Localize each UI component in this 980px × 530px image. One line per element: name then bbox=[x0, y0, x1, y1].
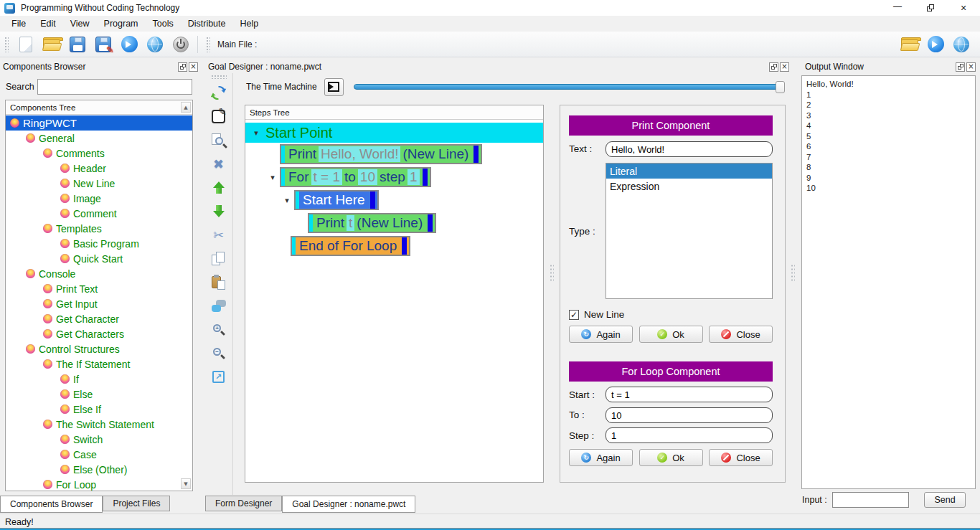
ok-button[interactable]: ✓Ok bbox=[639, 449, 703, 466]
move-down-button[interactable] bbox=[207, 200, 230, 222]
web-button[interactable] bbox=[144, 34, 166, 55]
tree-item-else-if[interactable]: Else If bbox=[6, 402, 192, 417]
tab-project-files[interactable]: Project Files bbox=[103, 496, 170, 511]
ok-button[interactable]: ✓Ok bbox=[639, 326, 703, 343]
tree-item-the-if-statement[interactable]: The If Statement bbox=[6, 356, 192, 372]
new-file-button[interactable] bbox=[15, 34, 37, 55]
collapse-arrow-icon[interactable]: ▾ bbox=[268, 173, 278, 182]
detach-button[interactable]: ↗ bbox=[207, 366, 230, 388]
text-input[interactable] bbox=[606, 141, 773, 157]
cut-button[interactable]: ✂ bbox=[207, 224, 230, 246]
copy-button[interactable] bbox=[207, 247, 230, 270]
tree-item-header[interactable]: Header bbox=[6, 161, 192, 176]
tree-item-print-text[interactable]: Print Text bbox=[6, 281, 192, 296]
step-start-point[interactable]: ▾ Start Point bbox=[245, 123, 543, 143]
slider-handle[interactable] bbox=[776, 81, 785, 93]
zoom-out-button[interactable]: − bbox=[207, 342, 230, 364]
tree-item-new-line[interactable]: New Line bbox=[6, 176, 192, 191]
dock-float-button[interactable] bbox=[769, 62, 778, 72]
close-component-button[interactable]: Close bbox=[709, 326, 773, 343]
paste-button[interactable] bbox=[207, 271, 230, 293]
open-main-file-button[interactable] bbox=[899, 34, 920, 55]
web-run-button[interactable] bbox=[951, 34, 972, 55]
tree-item-switch[interactable]: Switch bbox=[6, 432, 192, 447]
to-input[interactable] bbox=[606, 407, 773, 423]
collapse-arrow-icon[interactable]: ▾ bbox=[251, 128, 261, 138]
splitter-handle[interactable] bbox=[791, 264, 795, 283]
tree-item-basic-program[interactable]: Basic Program bbox=[6, 236, 192, 251]
time-machine-button[interactable] bbox=[324, 78, 344, 96]
collapse-arrow-icon[interactable]: ▾ bbox=[282, 196, 292, 205]
scroll-down-button[interactable]: ▼ bbox=[181, 478, 191, 489]
comments-button[interactable] bbox=[207, 295, 230, 317]
move-up-button[interactable] bbox=[207, 176, 230, 199]
tree-item-ringpwct[interactable]: RingPWCT bbox=[6, 115, 192, 131]
tree-item-case[interactable]: Case bbox=[6, 447, 192, 462]
step-print-t[interactable]: Print t (New Line) bbox=[308, 213, 436, 233]
close-button[interactable]: × bbox=[947, 0, 980, 16]
restore-button[interactable] bbox=[914, 0, 947, 16]
again-button[interactable]: ↻Again bbox=[569, 449, 633, 466]
dock-close-button[interactable]: × bbox=[189, 62, 198, 72]
minimize-button[interactable]: — bbox=[881, 0, 914, 16]
dock-float-button[interactable] bbox=[178, 62, 187, 72]
tab-form-designer[interactable]: Form Designer bbox=[205, 496, 282, 511]
open-file-button[interactable] bbox=[41, 34, 62, 55]
tree-item-comment[interactable]: Comment bbox=[6, 206, 192, 221]
type-option-literal[interactable]: Literal bbox=[606, 164, 772, 179]
step-end-for-loop[interactable]: End of For Loop bbox=[291, 236, 410, 256]
tree-item-else-other[interactable]: Else (Other) bbox=[6, 462, 192, 477]
toolbar-grip[interactable] bbox=[211, 75, 227, 79]
tree-item-templates[interactable]: Templates bbox=[6, 221, 192, 236]
tree-item-image[interactable]: Image bbox=[6, 191, 192, 206]
save-button[interactable] bbox=[67, 34, 88, 55]
edit-step-button[interactable]: ✎ bbox=[207, 105, 230, 128]
time-machine-slider[interactable] bbox=[354, 84, 785, 90]
tree-item-if[interactable]: If bbox=[6, 372, 192, 387]
tree-item-get-character[interactable]: Get Character bbox=[6, 311, 192, 326]
again-button[interactable]: ↻Again bbox=[569, 326, 633, 343]
start-input[interactable] bbox=[606, 387, 773, 402]
step-print-hello[interactable]: Print Hello, World! (New Line) bbox=[280, 144, 482, 164]
step-for-loop[interactable]: For t = 1 to 10 step 1 bbox=[280, 167, 431, 187]
view-source-button[interactable] bbox=[207, 129, 230, 151]
splitter-handle[interactable] bbox=[550, 264, 554, 283]
tree-item-get-input[interactable]: Get Input bbox=[6, 296, 192, 311]
menu-file[interactable]: File bbox=[4, 16, 33, 32]
menu-view[interactable]: View bbox=[63, 16, 97, 32]
output-text-area[interactable]: Hello, World! 1 2 3 4 5 6 7 8 9 10 bbox=[801, 75, 976, 489]
tree-item-comments[interactable]: Comments bbox=[6, 146, 192, 161]
tab-components-browser[interactable]: Components Browser bbox=[0, 496, 103, 513]
delete-step-button[interactable]: ✖ bbox=[207, 153, 230, 175]
save-as-button[interactable]: ✎ bbox=[93, 34, 114, 55]
dock-close-button[interactable]: × bbox=[780, 62, 789, 72]
tree-item-for-loop[interactable]: For Loop bbox=[6, 477, 192, 492]
step-input[interactable] bbox=[606, 427, 773, 443]
toolbar-grip[interactable] bbox=[206, 37, 210, 52]
dock-close-button[interactable]: × bbox=[966, 62, 976, 72]
run-main-file-button[interactable] bbox=[925, 34, 946, 55]
tree-item-general[interactable]: General bbox=[6, 131, 192, 146]
tree-item-quick-start[interactable]: Quick Start bbox=[6, 251, 192, 266]
send-button[interactable]: Send bbox=[924, 492, 966, 508]
menu-help[interactable]: Help bbox=[233, 16, 266, 32]
console-input[interactable] bbox=[832, 492, 909, 508]
zoom-in-button[interactable]: + bbox=[207, 318, 230, 341]
tree-item-control-structures[interactable]: Control Structures bbox=[6, 341, 192, 356]
menu-tools[interactable]: Tools bbox=[146, 16, 181, 32]
new-line-checkbox[interactable]: ✓ bbox=[569, 310, 579, 320]
step-start-here[interactable]: Start Here bbox=[294, 190, 379, 210]
run-button[interactable] bbox=[118, 34, 140, 55]
tree-item-get-characters[interactable]: Get Characters bbox=[6, 326, 192, 341]
toolbar-grip[interactable] bbox=[4, 37, 9, 52]
search-input[interactable] bbox=[37, 79, 192, 95]
type-option-expression[interactable]: Expression bbox=[606, 179, 772, 194]
exit-button[interactable] bbox=[170, 34, 192, 55]
close-component-button[interactable]: Close bbox=[709, 449, 773, 466]
menu-program[interactable]: Program bbox=[97, 16, 146, 32]
tab-goal-designer[interactable]: Goal Designer : noname.pwct bbox=[282, 496, 415, 513]
interact-run-button[interactable] bbox=[207, 82, 230, 104]
tree-item-console[interactable]: Console bbox=[6, 266, 192, 281]
tree-item-the-switch-statement[interactable]: The Switch Statement bbox=[6, 417, 192, 432]
scroll-up-button[interactable]: ▲ bbox=[181, 102, 191, 113]
